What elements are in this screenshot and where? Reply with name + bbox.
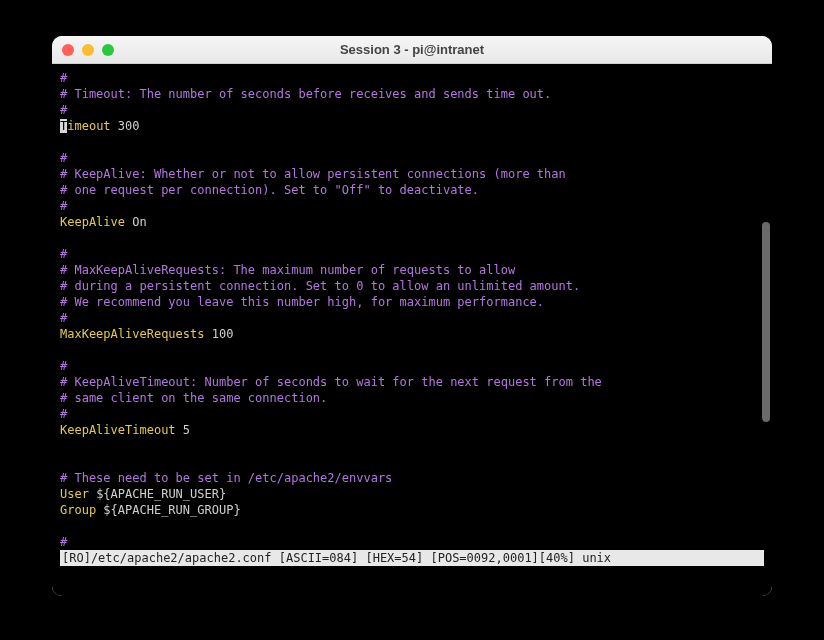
comment-text: # <box>60 199 67 213</box>
comment-text: # during a persistent connection. Set to… <box>60 279 580 293</box>
code-line[interactable]: # <box>60 406 764 422</box>
scrollbar[interactable] <box>760 102 770 554</box>
code-line[interactable]: # KeepAlive: Whether or not to allow per… <box>60 166 764 182</box>
code-line[interactable] <box>60 454 764 470</box>
directive-keyword: KeepAliveTimeout <box>60 423 176 437</box>
directive-keyword: User <box>60 487 89 501</box>
close-icon[interactable] <box>62 44 74 56</box>
code-line[interactable]: # <box>60 70 764 86</box>
code-line[interactable]: KeepAlive On <box>60 214 764 230</box>
code-line[interactable]: # We recommend you leave this number hig… <box>60 294 764 310</box>
code-line[interactable]: # <box>60 534 764 550</box>
directive-value: 5 <box>176 423 190 437</box>
code-line[interactable] <box>60 230 764 246</box>
scroll-thumb[interactable] <box>762 222 770 422</box>
directive-value: 300 <box>111 119 140 133</box>
terminal-body[interactable]: ## Timeout: The number of seconds before… <box>52 64 772 596</box>
directive-variable: ${APACHE_RUN_GROUP} <box>96 503 241 517</box>
directive-keyword: MaxKeepAliveRequests <box>60 327 205 341</box>
comment-text: # KeepAliveTimeout: Number of seconds to… <box>60 375 602 389</box>
comment-text: # <box>60 535 67 549</box>
editor-content[interactable]: ## Timeout: The number of seconds before… <box>60 70 764 550</box>
code-line[interactable]: # one request per connection). Set to "O… <box>60 182 764 198</box>
code-line[interactable]: # <box>60 246 764 262</box>
directive-keyword: Group <box>60 503 96 517</box>
code-line[interactable]: # same client on the same connection. <box>60 390 764 406</box>
code-line[interactable]: # These need to be set in /etc/apache2/e… <box>60 470 764 486</box>
code-line[interactable] <box>60 134 764 150</box>
maximize-icon[interactable] <box>102 44 114 56</box>
code-line[interactable] <box>60 438 764 454</box>
code-line[interactable]: # during a persistent connection. Set to… <box>60 278 764 294</box>
directive-keyword: KeepAlive <box>60 215 125 229</box>
comment-text: # We recommend you leave this number hig… <box>60 295 544 309</box>
code-line[interactable]: User ${APACHE_RUN_USER} <box>60 486 764 502</box>
terminal-window: Session 3 - pi@intranet ## Timeout: The … <box>52 36 772 596</box>
comment-text: # KeepAlive: Whether or not to allow per… <box>60 167 566 181</box>
window-title: Session 3 - pi@intranet <box>62 42 762 57</box>
comment-text: # <box>60 247 67 261</box>
directive-value: 100 <box>205 327 234 341</box>
code-line[interactable]: # <box>60 198 764 214</box>
comment-text: # same client on the same connection. <box>60 391 327 405</box>
code-line[interactable]: # Timeout: The number of seconds before … <box>60 86 764 102</box>
comment-text: # <box>60 151 67 165</box>
comment-text: # <box>60 311 67 325</box>
comment-text: # Timeout: The number of seconds before … <box>60 87 551 101</box>
comment-text: # <box>60 407 67 421</box>
code-line[interactable]: # <box>60 310 764 326</box>
comment-text: # MaxKeepAliveRequests: The maximum numb… <box>60 263 515 277</box>
directive-variable: ${APACHE_RUN_USER} <box>89 487 226 501</box>
comment-text: # one request per connection). Set to "O… <box>60 183 479 197</box>
code-line[interactable]: Timeout 300 <box>60 118 764 134</box>
code-line[interactable]: # <box>60 150 764 166</box>
comment-text: # These need to be set in /etc/apache2/e… <box>60 471 392 485</box>
code-line[interactable]: # <box>60 358 764 374</box>
titlebar[interactable]: Session 3 - pi@intranet <box>52 36 772 64</box>
code-line[interactable]: # <box>60 102 764 118</box>
directive-value: On <box>125 215 147 229</box>
status-bar: [RO]/etc/apache2/apache2.conf [ASCII=084… <box>60 550 764 566</box>
comment-text: # <box>60 359 67 373</box>
comment-text: # <box>60 71 67 85</box>
minimize-icon[interactable] <box>82 44 94 56</box>
directive-keyword: imeout <box>67 119 110 133</box>
code-line[interactable]: Group ${APACHE_RUN_GROUP} <box>60 502 764 518</box>
code-line[interactable]: # KeepAliveTimeout: Number of seconds to… <box>60 374 764 390</box>
comment-text: # <box>60 103 67 117</box>
code-line[interactable]: # MaxKeepAliveRequests: The maximum numb… <box>60 262 764 278</box>
code-line[interactable] <box>60 518 764 534</box>
code-line[interactable] <box>60 342 764 358</box>
code-line[interactable]: KeepAliveTimeout 5 <box>60 422 764 438</box>
window-controls <box>62 44 114 56</box>
code-line[interactable]: MaxKeepAliveRequests 100 <box>60 326 764 342</box>
